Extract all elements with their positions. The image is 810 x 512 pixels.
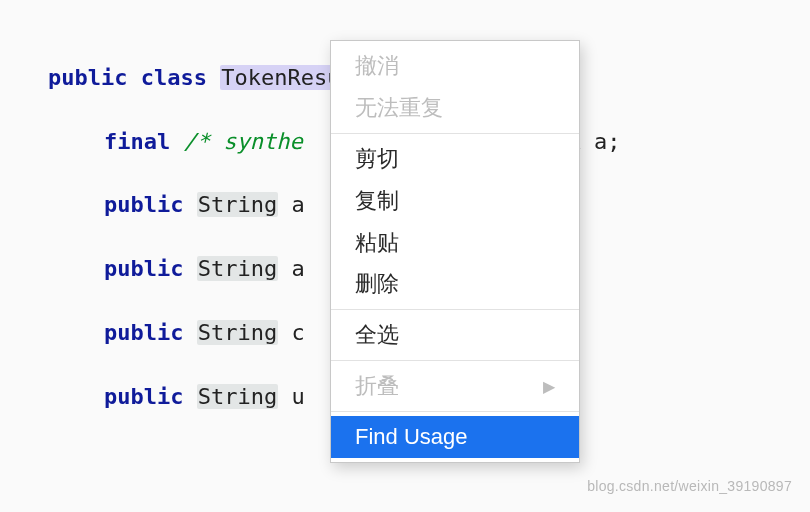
code-text: u bbox=[291, 384, 304, 409]
submenu-arrow-icon: ▶ bbox=[543, 375, 555, 398]
menu-item-copy[interactable]: 复制 bbox=[331, 180, 579, 222]
menu-label: 无法重复 bbox=[355, 92, 443, 124]
menu-separator bbox=[331, 133, 579, 134]
menu-item-delete[interactable]: 删除 bbox=[331, 263, 579, 305]
menu-label: Find Usage bbox=[355, 421, 468, 453]
menu-item-cut[interactable]: 剪切 bbox=[331, 138, 579, 180]
menu-label: 折叠 bbox=[355, 370, 399, 402]
code-text: a bbox=[291, 256, 304, 281]
keyword-public: public bbox=[48, 65, 127, 90]
menu-item-redo[interactable]: 无法重复 bbox=[331, 87, 579, 129]
type-string: String bbox=[197, 192, 278, 217]
menu-separator bbox=[331, 309, 579, 310]
menu-label: 删除 bbox=[355, 268, 399, 300]
menu-item-paste[interactable]: 粘贴 bbox=[331, 222, 579, 264]
type-string: String bbox=[197, 256, 278, 281]
watermark: blog.csdn.net/weixin_39190897 bbox=[587, 476, 792, 496]
menu-item-select-all[interactable]: 全选 bbox=[331, 314, 579, 356]
menu-label: 粘贴 bbox=[355, 227, 399, 259]
menu-label: 全选 bbox=[355, 319, 399, 351]
type-string: String bbox=[197, 384, 278, 409]
menu-item-fold[interactable]: 折叠 ▶ bbox=[331, 365, 579, 407]
keyword-final: final bbox=[104, 129, 170, 154]
menu-item-undo[interactable]: 撤消 bbox=[331, 45, 579, 87]
context-menu: 撤消 无法重复 剪切 复制 粘贴 删除 全选 折叠 ▶ Find Usage bbox=[330, 40, 580, 463]
code-text: c bbox=[291, 320, 304, 345]
keyword-public: public bbox=[104, 320, 183, 345]
menu-label: 撤消 bbox=[355, 50, 399, 82]
keyword-public: public bbox=[104, 256, 183, 281]
menu-label: 复制 bbox=[355, 185, 399, 217]
keyword-class: class bbox=[141, 65, 207, 90]
menu-separator bbox=[331, 360, 579, 361]
menu-separator bbox=[331, 411, 579, 412]
code-line: public TokenRes aPSecuritySdk) { bbox=[48, 508, 790, 512]
keyword-public: public bbox=[104, 384, 183, 409]
keyword-public: public bbox=[104, 192, 183, 217]
comment: /* synthe bbox=[183, 129, 302, 154]
menu-label: 剪切 bbox=[355, 143, 399, 175]
code-text: a bbox=[291, 192, 304, 217]
type-string: String bbox=[197, 320, 278, 345]
menu-item-find-usage[interactable]: Find Usage bbox=[331, 416, 579, 458]
